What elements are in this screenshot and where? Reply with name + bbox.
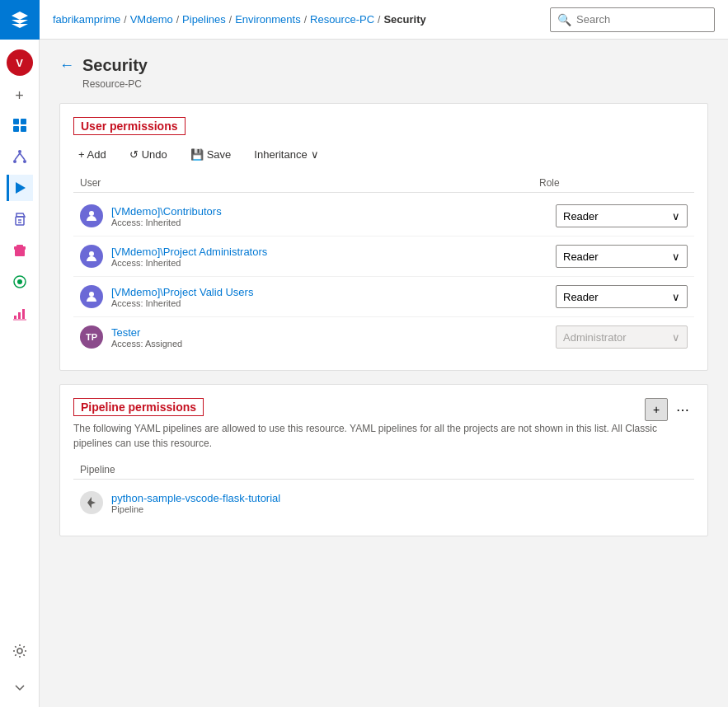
- sep1: /: [124, 14, 126, 26]
- user-info: [VMdemo]\Project Administrators Access: …: [80, 245, 556, 268]
- add-project-button[interactable]: +: [7, 82, 33, 109]
- add-user-button[interactable]: + Add: [73, 145, 111, 164]
- breadcrumb-vmdemo[interactable]: VMdemo: [130, 13, 173, 26]
- svg-point-22: [17, 648, 22, 653]
- user-name[interactable]: [VMdemo]\Project Valid Users: [111, 286, 253, 298]
- user-name[interactable]: Tester: [111, 326, 182, 339]
- role-dropdown-valid-users[interactable]: Reader ∨: [556, 285, 688, 308]
- pipeline-type: Pipeline: [111, 504, 280, 514]
- role-col-header: Role: [539, 177, 688, 189]
- user-info: TP Tester Access: Assigned: [80, 325, 556, 349]
- user-permissions-title: User permissions: [73, 117, 186, 135]
- sidebar-item-repos[interactable]: [7, 143, 33, 170]
- user-access: Access: Assigned: [111, 339, 182, 349]
- page-header: ← Security: [59, 56, 708, 75]
- user-col-header: User: [80, 177, 539, 189]
- breadcrumb-security: Security: [383, 13, 425, 26]
- breadcrumb-resource-pc[interactable]: Resource-PC: [310, 13, 374, 26]
- card-top-bar: Pipeline permissions + ⋯: [73, 398, 694, 421]
- sep2: /: [176, 14, 179, 26]
- breadcrumb-fabrikamprime[interactable]: fabrikamprime: [53, 13, 120, 26]
- pipeline-permissions-card: Pipeline permissions + ⋯ The following Y…: [59, 384, 708, 536]
- user-name[interactable]: [VMdemo]\Contributors: [111, 205, 222, 218]
- avatar: [80, 285, 103, 308]
- user-access: Access: Inherited: [111, 298, 253, 308]
- back-button[interactable]: ←: [59, 57, 74, 74]
- pipeline-permissions-title: Pipeline permissions: [73, 398, 204, 416]
- topnav: fabrikamprime / VMdemo / Pipelines / Env…: [40, 0, 728, 40]
- svg-point-17: [17, 279, 22, 284]
- svg-rect-19: [18, 312, 21, 319]
- sidebar-item-overview[interactable]: [7, 269, 33, 295]
- svg-point-6: [23, 160, 26, 163]
- svg-rect-2: [13, 126, 19, 132]
- svg-point-5: [13, 160, 16, 163]
- list-item: python-sample-vscode-flask-tutorial Pipe…: [73, 483, 694, 522]
- search-icon: 🔍: [557, 13, 571, 26]
- undo-icon: ↺: [129, 148, 139, 161]
- undo-button[interactable]: ↺ Undo: [124, 145, 172, 164]
- user-info: [VMdemo]\Project Valid Users Access: Inh…: [80, 285, 556, 308]
- add-pipeline-button[interactable]: +: [645, 398, 668, 421]
- inheritance-button[interactable]: Inheritance ∨: [249, 145, 323, 164]
- user-permissions-card: User permissions + Add ↺ Undo 💾 Save Inh…: [59, 103, 708, 371]
- pipeline-avatar: [80, 491, 103, 514]
- page-subtitle: Resource-PC: [82, 78, 708, 90]
- user-permissions-toolbar: + Add ↺ Undo 💾 Save Inheritance ∨: [73, 145, 694, 164]
- sidebar-item-artifacts[interactable]: [7, 237, 33, 264]
- page-title: Security: [82, 56, 148, 75]
- table-row: [VMdemo]\Contributors Access: Inherited …: [73, 196, 694, 236]
- more-options-button[interactable]: ⋯: [671, 398, 694, 421]
- breadcrumb: fabrikamprime / VMdemo / Pipelines / Env…: [53, 13, 550, 26]
- svg-line-8: [20, 153, 25, 160]
- breadcrumb-pipelines[interactable]: Pipelines: [182, 13, 226, 26]
- breadcrumb-environments[interactable]: Environments: [235, 13, 300, 26]
- sidebar: V +: [0, 0, 40, 707]
- role-dropdown-contributors[interactable]: Reader ∨: [556, 204, 688, 227]
- sidebar-item-boards[interactable]: [7, 112, 33, 138]
- svg-rect-3: [21, 126, 26, 132]
- svg-point-24: [89, 251, 94, 256]
- svg-rect-1: [21, 119, 26, 124]
- sep5: /: [378, 14, 380, 26]
- role-dropdown-tester[interactable]: Administrator ∨: [556, 325, 688, 349]
- role-dropdown-admins[interactable]: Reader ∨: [556, 245, 688, 268]
- svg-rect-13: [15, 249, 25, 256]
- save-icon: 💾: [190, 148, 204, 161]
- svg-marker-9: [16, 182, 26, 194]
- app-logo[interactable]: [0, 0, 40, 40]
- chevron-down-icon: ∨: [672, 291, 680, 303]
- user-avatar[interactable]: V: [7, 49, 33, 76]
- avatar: TP: [80, 325, 103, 349]
- svg-rect-15: [16, 245, 23, 247]
- avatar: [80, 245, 103, 268]
- search-input[interactable]: [576, 13, 707, 26]
- user-access: Access: Inherited: [111, 258, 267, 268]
- table-row: [VMdemo]\Project Valid Users Access: Inh…: [73, 277, 694, 317]
- svg-point-25: [89, 292, 94, 297]
- save-button[interactable]: 💾 Save: [186, 145, 237, 164]
- expand-icon[interactable]: [7, 674, 33, 700]
- pipeline-table-header: Pipeline: [73, 461, 694, 480]
- sep3: /: [229, 14, 232, 26]
- pipeline-name[interactable]: python-sample-vscode-flask-tutorial: [111, 492, 280, 504]
- svg-point-4: [18, 150, 21, 153]
- chevron-down-icon: ∨: [672, 250, 680, 263]
- sidebar-item-testplans[interactable]: [7, 206, 33, 232]
- user-table-header: User Role: [73, 174, 694, 193]
- user-name[interactable]: [VMdemo]\Project Administrators: [111, 246, 267, 258]
- chevron-down-icon: ∨: [311, 148, 319, 161]
- svg-rect-0: [13, 119, 19, 124]
- settings-icon[interactable]: [7, 638, 33, 664]
- main-area: fabrikamprime / VMdemo / Pipelines / Env…: [40, 0, 728, 707]
- svg-line-7: [15, 153, 20, 160]
- card-top-actions: + ⋯: [645, 398, 694, 421]
- sidebar-item-reports[interactable]: [7, 300, 33, 326]
- svg-rect-20: [22, 309, 25, 319]
- user-info: [VMdemo]\Contributors Access: Inherited: [80, 204, 556, 227]
- sep4: /: [304, 14, 307, 26]
- svg-rect-10: [16, 217, 24, 225]
- search-box[interactable]: 🔍: [550, 7, 715, 32]
- pipeline-description: The following YAML pipelines are allowed…: [73, 421, 694, 451]
- sidebar-item-pipelines[interactable]: [7, 175, 33, 201]
